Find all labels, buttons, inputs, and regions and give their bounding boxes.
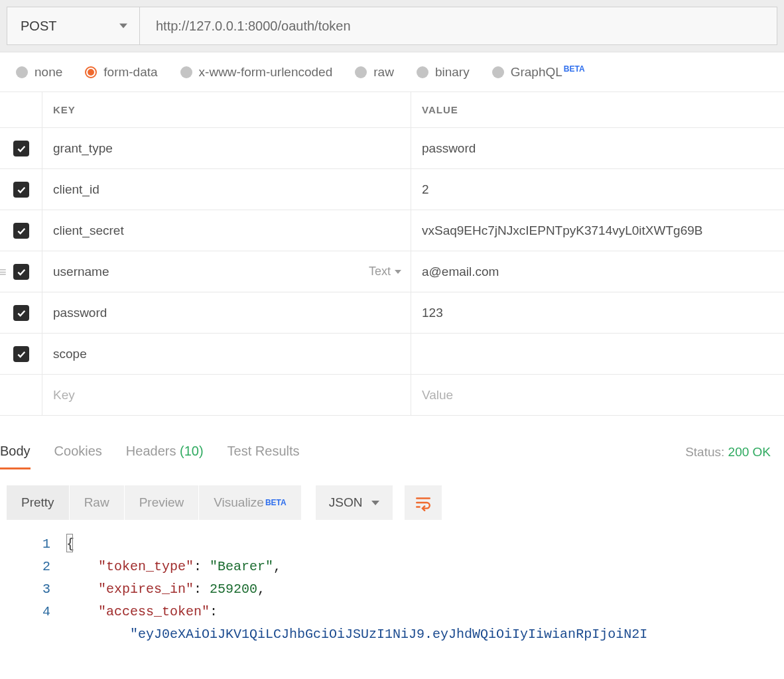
response-toolbar: Pretty Raw Preview VisualizeBETA JSON	[0, 475, 784, 530]
key-cell[interactable]: Key	[42, 375, 411, 415]
key-cell[interactable]: client_id	[42, 169, 411, 210]
key-cell[interactable]: username Text	[42, 251, 411, 292]
beta-badge: BETA	[265, 498, 287, 507]
caret-down-icon	[395, 270, 401, 274]
headers-count: (10)	[180, 444, 204, 458]
value-cell[interactable]: vxSaq9EHc7jNJxcIEPNTpyK3714vyL0itXWTg69B	[411, 210, 784, 251]
radio-icon	[180, 66, 192, 78]
line-gutter: 1 2 3 4	[0, 533, 66, 646]
url-value: http://127.0.0.1:8000/oauth/token	[156, 19, 351, 34]
view-visualize[interactable]: VisualizeBETA	[199, 485, 300, 520]
form-data-table: KEY VALUE grant_type password client_id …	[0, 92, 784, 416]
table-row: grant_type password	[0, 128, 784, 169]
value-cell[interactable]: 123	[411, 292, 784, 333]
row-checkbox[interactable]	[13, 223, 29, 239]
response-body: 1 2 3 4 { "token_type": "Bearer", "expir…	[0, 530, 784, 646]
row-checkbox[interactable]	[13, 264, 29, 280]
table-row: ≡ username Text a@email.com	[0, 251, 784, 292]
format-select[interactable]: JSON	[316, 485, 393, 520]
caret-down-icon	[119, 24, 127, 29]
header-check-cell	[0, 92, 42, 127]
body-type-none[interactable]: none	[16, 65, 62, 80]
tab-cookies[interactable]: Cookies	[54, 436, 114, 468]
header-key: KEY	[42, 92, 411, 127]
body-type-graphql[interactable]: GraphQLBETA	[492, 64, 585, 80]
field-type-select[interactable]: Text	[369, 265, 401, 278]
table-header-row: KEY VALUE	[0, 92, 784, 128]
key-cell[interactable]: password	[42, 292, 411, 333]
value-cell[interactable]: password	[411, 128, 784, 168]
body-type-urlencoded[interactable]: x-www-form-urlencoded	[180, 65, 333, 80]
body-type-form-data[interactable]: form-data	[85, 65, 157, 80]
http-method-value: POST	[21, 19, 56, 34]
body-type-raw[interactable]: raw	[355, 65, 394, 80]
row-checkbox[interactable]	[13, 346, 29, 362]
radio-icon	[85, 66, 97, 78]
radio-icon	[16, 66, 28, 78]
table-row: client_id 2	[0, 169, 784, 210]
value-cell[interactable]: 2	[411, 169, 784, 210]
response-tabs: Body Cookies Headers (10) Test Results S…	[0, 429, 784, 468]
wrap-lines-button[interactable]	[405, 485, 442, 520]
row-checkbox[interactable]	[13, 182, 29, 198]
body-type-binary[interactable]: binary	[417, 65, 470, 80]
value-cell[interactable]	[411, 334, 784, 374]
beta-badge: BETA	[564, 64, 585, 74]
table-row-placeholder: Key Value	[0, 375, 784, 416]
table-row: password 123	[0, 292, 784, 334]
key-cell[interactable]: client_secret	[42, 210, 411, 251]
row-checkbox[interactable]	[13, 141, 29, 156]
header-value: VALUE	[411, 92, 784, 127]
url-input[interactable]: http://127.0.0.1:8000/oauth/token	[139, 7, 777, 45]
status-value: 200 OK	[728, 445, 771, 459]
value-cell[interactable]: a@email.com	[411, 251, 784, 292]
radio-icon	[417, 66, 428, 78]
placeholder-check	[0, 375, 42, 415]
code-body[interactable]: { "token_type": "Bearer", "expires_in": …	[66, 533, 784, 646]
value-cell[interactable]: Value	[411, 375, 784, 415]
wrap-icon	[415, 494, 432, 511]
view-raw[interactable]: Raw	[70, 485, 125, 520]
caret-down-icon	[371, 501, 379, 505]
key-cell[interactable]: scope	[42, 334, 411, 374]
key-cell[interactable]: grant_type	[42, 128, 411, 168]
request-bar: POST http://127.0.0.1:8000/oauth/token	[0, 0, 784, 52]
radio-icon	[355, 66, 367, 78]
view-preview[interactable]: Preview	[125, 485, 200, 520]
table-row: scope	[0, 334, 784, 375]
tab-body[interactable]: Body	[0, 436, 42, 468]
drag-handle-icon[interactable]: ≡	[0, 270, 7, 274]
tab-test-results[interactable]: Test Results	[228, 436, 312, 468]
view-pretty[interactable]: Pretty	[7, 485, 70, 520]
radio-icon	[492, 66, 504, 78]
status-label: Status: 200 OK	[685, 445, 779, 460]
text-cursor	[66, 534, 73, 552]
http-method-select[interactable]: POST	[7, 7, 139, 45]
table-row: client_secret vxSaq9EHc7jNJxcIEPNTpyK371…	[0, 210, 784, 251]
body-type-row: none form-data x-www-form-urlencoded raw…	[0, 52, 784, 92]
tab-headers[interactable]: Headers (10)	[126, 436, 216, 468]
row-checkbox[interactable]	[13, 305, 29, 321]
